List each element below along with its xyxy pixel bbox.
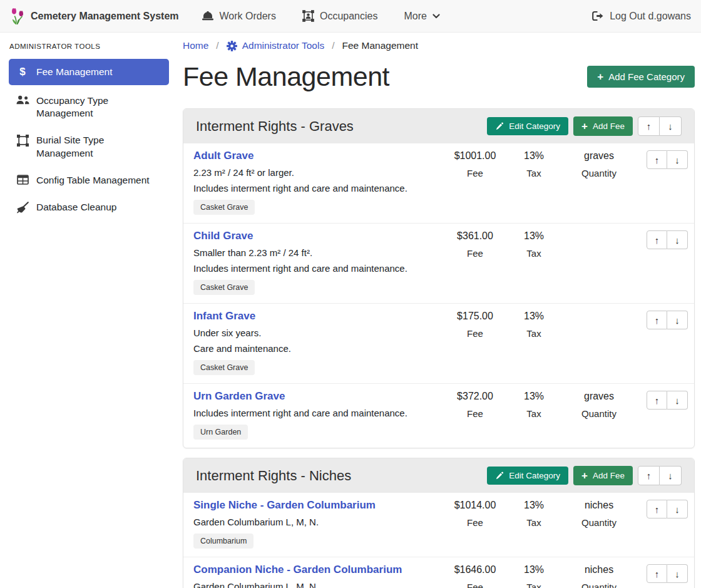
- category-header: Interment Rights - Graves Edit Category …: [183, 109, 694, 143]
- sidebar-item-config-table-management[interactable]: Config Table Management: [9, 169, 169, 192]
- plus-icon: +: [597, 71, 603, 82]
- move-fee-down-button[interactable]: ↓: [667, 150, 688, 169]
- fee-name-link[interactable]: Urn Garden Grave: [193, 390, 285, 402]
- tax-col: 13% Tax: [505, 150, 563, 178]
- fee-amount-label: Fee: [445, 408, 505, 419]
- fee-name-link[interactable]: Infant Grave: [193, 310, 255, 322]
- gear-icon: [227, 41, 237, 51]
- add-fee-button[interactable]: + Add Fee: [573, 116, 633, 136]
- tax-col: 13% Tax: [505, 564, 563, 588]
- move-fee-up-button[interactable]: ↑: [647, 150, 667, 169]
- fee-name-link[interactable]: Single Niche - Garden Columbarium: [193, 499, 376, 511]
- pencil-icon: [495, 472, 504, 480]
- tax-value: 13%: [505, 564, 563, 575]
- bounding-box-icon: [15, 135, 30, 147]
- fee-reorder-group: ↑ ↓: [647, 564, 688, 583]
- table-icon: [15, 175, 30, 185]
- move-category-up-button[interactable]: ↑: [638, 466, 660, 485]
- logout-button[interactable]: Log Out d.gowans: [591, 11, 691, 22]
- quantity-label: Quantity: [563, 168, 635, 178]
- edit-category-button[interactable]: Edit Category: [487, 467, 568, 485]
- fee-amount-col: $175.00 Fee: [445, 310, 505, 339]
- tax-col: 13% Tax: [505, 310, 563, 339]
- breadcrumb-fee-management: Fee Management: [342, 40, 419, 51]
- move-fee-up-button[interactable]: ↑: [647, 311, 667, 329]
- move-category-down-button[interactable]: ↓: [660, 466, 682, 485]
- sidebar-item-database-cleanup[interactable]: Database Cleanup: [9, 196, 169, 219]
- fee-amount-label: Fee: [445, 582, 505, 588]
- logout-label: Log Out d.gowans: [610, 11, 691, 22]
- quantity-label: Quantity: [563, 582, 635, 588]
- move-fee-down-button[interactable]: ↓: [667, 230, 688, 249]
- move-fee-up-button[interactable]: ↑: [647, 500, 667, 518]
- fee-reorder-group: ↑ ↓: [647, 391, 688, 410]
- breadcrumb-separator: /: [332, 40, 334, 51]
- fee-amount: $175.00: [445, 311, 505, 322]
- brand-title: Cemetery Management System: [31, 11, 179, 22]
- fee-amount-col: $372.00 Fee: [445, 390, 505, 419]
- fee-amount-col: $1646.00 Fee: [445, 564, 505, 588]
- quantity-col: [563, 230, 635, 237]
- fee-amount-label: Fee: [445, 168, 505, 178]
- dollar-icon: $: [15, 66, 30, 77]
- tax-label: Tax: [505, 168, 563, 178]
- sidebar-item-burial-site-type-management[interactable]: Burial Site Type Management: [9, 129, 169, 164]
- fee-amount: $1014.00: [445, 500, 505, 511]
- nav-item-occupancies[interactable]: Occupancies: [302, 10, 378, 22]
- fee-description: Garden Columbarium L, M, N,: [193, 581, 445, 588]
- move-fee-up-button[interactable]: ↑: [647, 564, 667, 583]
- quantity-value: niches: [563, 564, 635, 575]
- fee-row-urn-garden-grave: Urn Garden Grave Includes interment righ…: [183, 384, 694, 448]
- fee-description: Includes interment right and care and ma…: [193, 263, 445, 274]
- fee-amount-label: Fee: [445, 517, 505, 528]
- nav-item-more[interactable]: More: [404, 11, 439, 22]
- fee-name-link[interactable]: Companion Niche - Garden Columbarium: [193, 564, 402, 575]
- fee-reorder-group: ↑ ↓: [647, 500, 688, 518]
- tax-label: Tax: [505, 582, 563, 588]
- move-fee-up-button[interactable]: ↑: [647, 230, 667, 249]
- quantity-col: graves Quantity: [563, 150, 635, 178]
- fee-type-badge: Casket Grave: [193, 280, 255, 295]
- fee-description: Garden Columbarium L, M, N.: [193, 517, 445, 527]
- fee-description: Under six years.: [193, 328, 445, 338]
- move-fee-down-button[interactable]: ↓: [667, 391, 688, 410]
- fee-name-link[interactable]: Adult Grave: [193, 150, 253, 162]
- move-category-up-button[interactable]: ↑: [638, 116, 660, 136]
- add-fee-button[interactable]: + Add Fee: [573, 466, 633, 485]
- tax-value: 13%: [505, 311, 563, 322]
- nav-item-work-orders[interactable]: Work Orders: [202, 11, 276, 22]
- tax-value: 13%: [505, 230, 563, 242]
- fee-reorder-group: ↑ ↓: [647, 311, 688, 329]
- quantity-value: graves: [563, 150, 635, 162]
- hard-hat-icon: [202, 11, 214, 21]
- sidebar-item-occupancy-type-management[interactable]: Occupancy Type Management: [9, 90, 169, 125]
- sidebar-heading: ADMINISTRATOR TOOLS: [9, 43, 169, 50]
- move-category-down-button[interactable]: ↓: [660, 116, 682, 136]
- fee-row-single-niche-garden-columbarium: Single Niche - Garden Columbarium Garden…: [183, 493, 694, 557]
- fee-description: Includes interment right and care and ma…: [193, 408, 445, 418]
- move-fee-up-button[interactable]: ↑: [647, 391, 667, 410]
- move-fee-down-button[interactable]: ↓: [667, 500, 688, 518]
- add-fee-category-label: Add Fee Category: [608, 71, 685, 82]
- move-fee-down-button[interactable]: ↓: [667, 311, 688, 329]
- fee-amount-col: $361.00 Fee: [445, 230, 505, 259]
- add-fee-category-button[interactable]: + Add Fee Category: [587, 66, 695, 88]
- tax-col: 13% Tax: [505, 390, 563, 419]
- edit-category-button[interactable]: Edit Category: [487, 117, 568, 135]
- fee-category-card-interment-rights-niches: Interment Rights - Niches Edit Category …: [183, 458, 695, 588]
- brand-link[interactable]: Cemetery Management System: [10, 7, 179, 25]
- sidebar-item-fee-management[interactable]: $ Fee Management: [9, 59, 169, 85]
- breadcrumb: Home / Administrator Tools / Fee Managem…: [183, 40, 695, 51]
- logout-icon: [591, 11, 603, 21]
- fee-row-adult-grave: Adult Grave 2.23 m² / 24 ft² or larger.I…: [183, 143, 694, 224]
- quantity-label: Quantity: [563, 408, 635, 419]
- quantity-col: graves Quantity: [563, 390, 635, 419]
- move-fee-down-button[interactable]: ↓: [667, 564, 688, 583]
- tax-col: 13% Tax: [505, 499, 563, 528]
- broom-icon: [15, 202, 30, 214]
- fee-type-badge: Columbarium: [193, 534, 253, 549]
- breadcrumb-home[interactable]: Home: [183, 40, 208, 51]
- occupancy-badge-icon: [302, 10, 314, 22]
- breadcrumb-administrator-tools[interactable]: Administrator Tools: [227, 40, 325, 51]
- fee-name-link[interactable]: Child Grave: [193, 230, 253, 242]
